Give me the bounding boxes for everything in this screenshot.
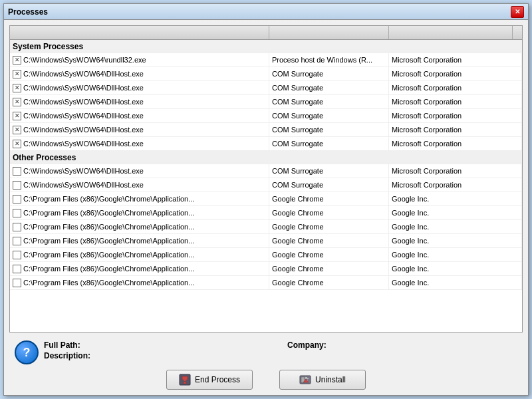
row-checkbox[interactable]: [13, 181, 21, 190]
company-cell: Microsoft Corporation: [389, 137, 522, 150]
path-cell: C:\Windows\SysWOW64\DllHost.exe: [10, 81, 269, 94]
table-row[interactable]: C:\Windows\SysWOW64\DllHost.exeCOM Surro…: [10, 178, 522, 192]
company-cell: Microsoft Corporation: [389, 67, 522, 80]
table-body[interactable]: System ProcessesC:\Windows\SysWOW64\rund…: [10, 40, 522, 332]
row-checkbox[interactable]: [13, 265, 21, 273]
path-cell: C:\Program Files (x86)\Google\Chrome\App…: [10, 276, 269, 289]
row-checkbox[interactable]: [13, 70, 21, 78]
table-row[interactable]: C:\Program Files (x86)\Google\Chrome\App…: [10, 276, 522, 290]
row-checkbox[interactable]: [13, 209, 21, 217]
table-row[interactable]: C:\Windows\SysWOW64\DllHost.exeCOM Surro…: [10, 67, 522, 81]
table-row[interactable]: C:\Windows\SysWOW64\DllHost.exeCOM Surro…: [10, 164, 522, 178]
row-checkbox[interactable]: [13, 140, 21, 148]
col-desc-header: [269, 26, 389, 39]
description-cell: COM Surrogate: [269, 137, 389, 150]
end-process-button[interactable]: End Process: [166, 370, 253, 390]
path-cell: C:\Windows\SysWOW64\DllHost.exe: [10, 137, 269, 150]
full-path-label: Full Path:: [44, 340, 274, 350]
description-cell: COM Surrogate: [269, 109, 389, 122]
table-row[interactable]: C:\Program Files (x86)\Google\Chrome\App…: [10, 206, 522, 220]
company-cell: Microsoft Corporation: [389, 123, 522, 136]
table-row[interactable]: C:\Program Files (x86)\Google\Chrome\App…: [10, 192, 522, 206]
section-header: System Processes: [10, 40, 522, 53]
description-cell: Google Chrome: [269, 262, 389, 275]
description-cell: COM Surrogate: [269, 95, 389, 108]
company-cell: Google Inc.: [389, 206, 522, 219]
path-cell: C:\Program Files (x86)\Google\Chrome\App…: [10, 220, 269, 233]
uninstall-icon: [299, 374, 311, 386]
processes-window: Processes ✕ System ProcessesC:\Windows\S…: [3, 3, 529, 396]
table-row[interactable]: C:\Windows\SysWOW64\DllHost.exeCOM Surro…: [10, 137, 522, 151]
path-cell: C:\Windows\SysWOW64\DllHost.exe: [10, 109, 269, 122]
row-checkbox[interactable]: [13, 98, 21, 106]
title-bar: Processes ✕: [4, 4, 528, 20]
row-checkbox[interactable]: [13, 251, 21, 259]
row-checkbox[interactable]: [13, 126, 21, 134]
close-button[interactable]: ✕: [511, 6, 524, 18]
path-cell: C:\Program Files (x86)\Google\Chrome\App…: [10, 192, 269, 205]
svg-rect-5: [305, 377, 307, 378]
company-cell: Google Inc.: [389, 248, 522, 261]
info-fields: Full Path: Company: Description:: [44, 340, 517, 360]
company-cell: Google Inc.: [389, 234, 522, 247]
uninstall-button[interactable]: Uninstall: [279, 370, 366, 390]
description-cell: Google Chrome: [269, 234, 389, 247]
svg-rect-2: [184, 382, 186, 384]
path-cell: C:\Windows\SysWOW64\rundll32.exe: [10, 53, 269, 66]
description-cell: Google Chrome: [269, 192, 389, 205]
end-process-icon: [179, 374, 191, 386]
table-row[interactable]: C:\Windows\SysWOW64\DllHost.exeCOM Surro…: [10, 109, 522, 123]
description-cell: COM Surrogate: [269, 67, 389, 80]
path-cell: C:\Windows\SysWOW64\DllHost.exe: [10, 164, 269, 178]
company-cell: Microsoft Corporation: [389, 53, 522, 66]
col-scroll-header: [513, 26, 522, 39]
company-cell: Microsoft Corporation: [389, 178, 522, 192]
row-checkbox[interactable]: [13, 279, 21, 287]
row-checkbox[interactable]: [13, 237, 21, 245]
row-checkbox[interactable]: [13, 56, 21, 65]
table-row[interactable]: C:\Program Files (x86)\Google\Chrome\App…: [10, 220, 522, 234]
row-checkbox[interactable]: [13, 84, 21, 92]
company-cell: Google Inc.: [389, 220, 522, 233]
description-cell: Proceso host de Windows (R...: [269, 53, 389, 66]
info-row: ? Full Path: Company: Description:: [15, 340, 517, 364]
svg-rect-6: [305, 378, 309, 379]
company-cell: Microsoft Corporation: [389, 95, 522, 108]
path-cell: C:\Windows\SysWOW64\DllHost.exe: [10, 67, 269, 80]
description-cell: Google Chrome: [269, 276, 389, 289]
row-checkbox[interactable]: [13, 223, 21, 231]
row-checkbox[interactable]: [13, 167, 21, 176]
description-label: Description:: [44, 351, 274, 360]
table-row[interactable]: C:\Windows\SysWOW64\rundll32.exeProceso …: [10, 53, 522, 67]
table-row[interactable]: C:\Program Files (x86)\Google\Chrome\App…: [10, 248, 522, 262]
table-header: [10, 26, 522, 40]
company-cell: Microsoft Corporation: [389, 109, 522, 122]
company-cell: Microsoft Corporation: [389, 164, 522, 178]
description-cell: COM Surrogate: [269, 81, 389, 94]
company-cell: Google Inc.: [389, 192, 522, 205]
path-cell: C:\Program Files (x86)\Google\Chrome\App…: [10, 248, 269, 261]
table-row[interactable]: C:\Windows\SysWOW64\DllHost.exeCOM Surro…: [10, 81, 522, 95]
table-row[interactable]: C:\Program Files (x86)\Google\Chrome\App…: [10, 234, 522, 248]
process-table-container: System ProcessesC:\Windows\SysWOW64\rund…: [9, 25, 523, 332]
col-company-header: [389, 26, 513, 39]
company-cell: Microsoft Corporation: [389, 81, 522, 94]
row-checkbox[interactable]: [13, 195, 21, 203]
path-cell: C:\Windows\SysWOW64\DllHost.exe: [10, 95, 269, 108]
window-title: Processes: [8, 7, 48, 17]
company-cell: Google Inc.: [389, 262, 522, 275]
button-row: End Process Uninstall: [15, 370, 517, 390]
description-cell: COM Surrogate: [269, 123, 389, 136]
row-checkbox[interactable]: [13, 112, 21, 120]
description-cell: Google Chrome: [269, 206, 389, 219]
table-row[interactable]: C:\Program Files (x86)\Google\Chrome\App…: [10, 262, 522, 276]
company-label: Company:: [287, 340, 517, 350]
description-cell: COM Surrogate: [269, 164, 389, 178]
section-header: Other Processes: [10, 151, 522, 164]
description-cell: Google Chrome: [269, 248, 389, 261]
table-row[interactable]: C:\Windows\SysWOW64\DllHost.exeCOM Surro…: [10, 95, 522, 109]
table-row[interactable]: C:\Windows\SysWOW64\DllHost.exeCOM Surro…: [10, 123, 522, 137]
description-cell: COM Surrogate: [269, 178, 389, 192]
company-cell: Google Inc.: [389, 276, 522, 289]
path-cell: C:\Windows\SysWOW64\DllHost.exe: [10, 123, 269, 136]
